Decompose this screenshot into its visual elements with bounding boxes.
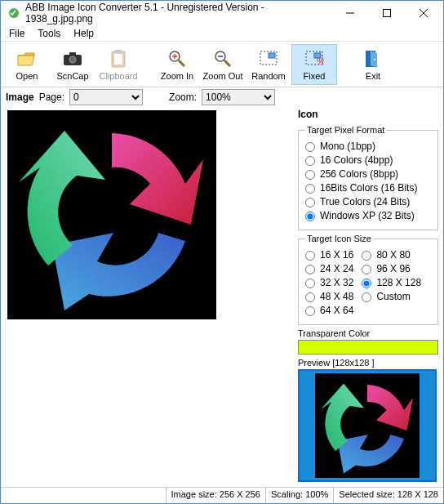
status-scaling: Scaling: 100%: [265, 488, 333, 503]
exit-icon: [364, 48, 382, 69]
image-label: Image: [6, 91, 34, 103]
tis-custom[interactable]: Custom: [362, 290, 421, 304]
tis-128[interactable]: 128 X 128: [362, 276, 421, 290]
camera-icon: [62, 48, 83, 69]
svg-rect-2: [383, 10, 390, 17]
tis-32[interactable]: 32 X 32: [305, 276, 353, 290]
minimize-button[interactable]: [331, 2, 368, 25]
tis-16[interactable]: 16 X 16: [305, 248, 353, 262]
tpf-xp[interactable]: Windows XP (32 Bits): [305, 209, 431, 223]
target-pixel-format-group: Target Pixel Format Mono (1bpp) 16 Color…: [298, 125, 438, 230]
image-pane: [1, 107, 295, 487]
main-area: Icon Target Pixel Format Mono (1bpp) 16 …: [1, 107, 443, 487]
svg-line-12: [179, 60, 184, 66]
exit-label: Exit: [366, 71, 380, 81]
zoomout-icon: [213, 48, 233, 69]
tis-96[interactable]: 96 X 96: [362, 262, 421, 276]
zoomin-label: Zoom In: [161, 71, 193, 81]
preview-box: [298, 369, 437, 482]
zoom-label: Zoom:: [169, 91, 197, 103]
close-button[interactable]: [405, 2, 442, 25]
clipboard-button: Clipboard: [95, 44, 141, 85]
icon-pane: Icon Target Pixel Format Mono (1bpp) 16 …: [295, 107, 443, 487]
menu-bar: File Tools Help: [1, 25, 443, 42]
fixed-label: Fixed: [304, 71, 326, 81]
preview-canvas: [315, 373, 420, 478]
tis-legend: Target Icon Size: [305, 234, 373, 243]
title-bar: ABB Image Icon Converter 5.1 - Unregiste…: [1, 1, 443, 25]
svg-rect-10: [115, 50, 122, 53]
scncap-label: ScnCap: [56, 71, 88, 81]
random-label: Random: [251, 71, 286, 81]
status-image-size: Image size: 256 X 256: [166, 488, 265, 503]
clipboard-icon: [109, 48, 127, 69]
menu-help[interactable]: Help: [67, 27, 100, 40]
svg-point-6: [69, 56, 76, 63]
random-icon: [259, 48, 278, 69]
svg-point-24: [374, 59, 375, 60]
tis-24[interactable]: 24 X 24: [305, 262, 353, 276]
target-icon-size-group: Target Icon Size 16 X 16 24 X 24 32 X 32…: [298, 234, 438, 325]
tis-48[interactable]: 48 X 48: [305, 290, 353, 304]
svg-rect-7: [69, 52, 76, 56]
svg-line-16: [224, 60, 230, 66]
fixed-button[interactable]: % Fixed: [291, 44, 337, 85]
status-selected: Selected size: 128 X 128: [333, 488, 443, 503]
page-select[interactable]: 0: [69, 89, 143, 105]
scncap-button[interactable]: ScnCap: [50, 44, 95, 85]
image-canvas[interactable]: [7, 110, 216, 319]
zoomout-label: Zoom Out: [203, 71, 243, 81]
zoomin-button[interactable]: Zoom In: [154, 44, 200, 85]
svg-rect-19: [269, 53, 275, 58]
tpf-16colors[interactable]: 16 Colors (4bpp): [305, 154, 431, 167]
tpf-true[interactable]: True Colors (24 Bits): [305, 195, 431, 209]
menu-tools[interactable]: Tools: [31, 27, 67, 40]
fixed-icon: %: [304, 48, 324, 69]
window-title: ABB Image Icon Converter 5.1 - Unregiste…: [25, 2, 331, 25]
tis-64[interactable]: 64 X 64: [305, 304, 353, 318]
folder-icon: [16, 48, 38, 69]
transparent-color-swatch[interactable]: [298, 340, 438, 355]
zoomin-icon: [167, 48, 187, 69]
open-button[interactable]: Open: [4, 44, 50, 85]
zoomout-button[interactable]: Zoom Out: [200, 44, 246, 85]
open-label: Open: [16, 71, 38, 81]
tpf-legend: Target Pixel Format: [305, 125, 386, 135]
zoom-select[interactable]: 100%: [202, 89, 275, 105]
tis-80[interactable]: 80 X 80: [362, 248, 421, 262]
page-label: Page:: [39, 91, 64, 103]
status-bar: Image size: 256 X 256 Scaling: 100% Sele…: [1, 487, 443, 503]
exit-button[interactable]: Exit: [350, 44, 396, 85]
tpf-16bits[interactable]: 16Bits Colors (16 Bits): [305, 181, 431, 195]
controls-row: Image Page: 0 Zoom: 100%: [1, 87, 443, 107]
transparent-color-label: Transparent Color: [298, 328, 438, 338]
arrows-image: [7, 110, 216, 319]
svg-rect-9: [114, 54, 122, 65]
maximize-button[interactable]: [368, 2, 405, 25]
clipboard-label: Clipboard: [99, 71, 137, 81]
toolbar: Open ScnCap Clipboard Zoom In Zoom Out R…: [1, 42, 443, 87]
random-button[interactable]: Random: [246, 44, 291, 85]
tpf-256colors[interactable]: 256 Colors (8bpp): [305, 167, 431, 181]
icon-label: Icon: [298, 109, 438, 120]
preview-label: Preview [128x128 ]: [298, 358, 438, 368]
app-icon: [7, 7, 20, 20]
tpf-mono[interactable]: Mono (1bpp): [305, 140, 431, 154]
svg-text:%: %: [317, 56, 324, 67]
menu-file[interactable]: File: [2, 27, 31, 40]
